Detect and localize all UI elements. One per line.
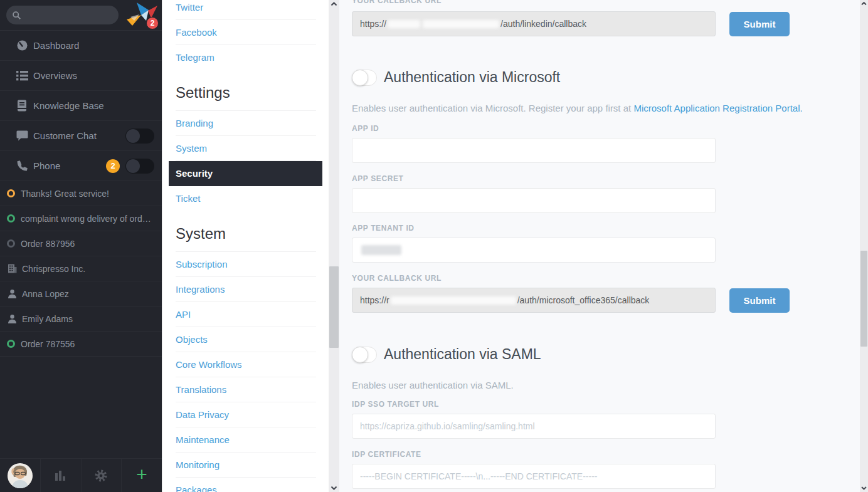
new-ticket-button[interactable]: + [121, 459, 162, 492]
scroll-up-icon[interactable] [860, 2, 868, 6]
toggle-knob [352, 347, 368, 363]
admin-nav-item-security-active[interactable]: Security [169, 161, 322, 186]
admin-nav-item-system[interactable]: System [176, 136, 316, 161]
sidebar-item-label: Customer Chat [33, 130, 125, 141]
admin-nav-item-ticket[interactable]: Ticket [176, 186, 316, 211]
sidebar-item-knowledge-base[interactable]: Knowledge Base [0, 91, 162, 121]
app-id-input[interactable] [352, 138, 716, 163]
sidebar-item-label: Phone [33, 160, 106, 171]
task-item-label: Anna Lopez [22, 289, 69, 299]
scroll-down-icon[interactable] [860, 486, 868, 490]
admin-nav-item-branding[interactable]: Branding [176, 111, 316, 136]
admin-nav-item-maintenance[interactable]: Maintenance [176, 427, 316, 453]
task-item-label: Order 887956 [21, 239, 75, 249]
search-row: 2 [0, 0, 162, 31]
microsoft-callback-url-field[interactable]: https://r/auth/microsoft_office365/callb… [352, 288, 716, 313]
task-item[interactable]: Emily Adams [0, 306, 162, 332]
microsoft-section-description: Enables user authentication via Microsof… [352, 103, 860, 113]
ticket-state-icon [7, 340, 15, 348]
redacted-host [391, 296, 516, 305]
ticket-state-icon [7, 214, 15, 222]
admin-sidebar: Twitter Facebook Telegram Settings Brand… [162, 0, 329, 492]
microsoft-registration-portal-link[interactable]: Microsoft Application Registration Porta… [633, 103, 802, 113]
app-id-label: APP ID [352, 124, 860, 133]
sidebar-item-customer-chat[interactable]: Customer Chat [0, 121, 162, 151]
app-tenant-id-input[interactable] [352, 238, 716, 263]
task-item[interactable]: Chrispresso Inc. [0, 256, 162, 281]
main-sidebar: 2 Dashboard Overviews Knowledge Base Cus… [0, 0, 162, 492]
idp-sso-target-url-input[interactable] [352, 414, 716, 439]
chat-icon [16, 130, 28, 141]
saml-auth-toggle[interactable] [352, 347, 377, 363]
scrollbar-thumb[interactable] [860, 251, 867, 347]
logo[interactable]: 2 [124, 1, 158, 29]
linkedin-callback-url-field[interactable]: https:///auth/linkedin/callback [352, 11, 716, 36]
task-item[interactable]: Order 887956 [0, 231, 162, 256]
phone-count-badge: 2 [106, 159, 120, 173]
admin-nav-item-telegram[interactable]: Telegram [176, 45, 316, 70]
admin-nav-item-core-workflows[interactable]: Core Workflows [176, 352, 316, 377]
task-item[interactable]: Thanks! Great service! [0, 181, 162, 206]
search-input[interactable] [25, 11, 113, 20]
task-item-label: Emily Adams [22, 314, 73, 324]
admin-nav-item-subscription[interactable]: Subscription [176, 252, 316, 277]
microsoft-callback-label: YOUR CALLBACK URL [352, 274, 860, 283]
task-item[interactable]: Anna Lopez [0, 281, 162, 306]
linkedin-callback-label: YOUR CALLBACK URL [352, 0, 860, 5]
admin-nav-item-translations[interactable]: Translations [176, 377, 316, 402]
ticket-state-icon [7, 189, 15, 197]
organization-icon [7, 264, 18, 273]
url-suffix: /auth/microsoft_office365/callback [517, 295, 650, 305]
notification-badge: 2 [146, 17, 159, 29]
saml-section-title: Authentication via SAML [384, 346, 541, 363]
admin-nav-item-monitoring[interactable]: Monitoring [176, 453, 316, 478]
microsoft-submit-button[interactable]: Submit [729, 288, 790, 313]
sidebar-item-phone[interactable]: Phone 2 [0, 151, 162, 181]
plus-icon: + [136, 465, 147, 484]
content-scrollbar[interactable] [860, 0, 868, 492]
user-icon [7, 314, 18, 323]
toggle-knob [126, 129, 140, 143]
microsoft-auth-toggle[interactable] [352, 70, 377, 86]
task-item[interactable]: Order 787556 [0, 332, 162, 357]
admin-nav-item-integrations[interactable]: Integrations [176, 277, 316, 302]
redacted-host [388, 20, 420, 28]
settings-button[interactable] [81, 459, 122, 492]
sidebar-item-dashboard[interactable]: Dashboard [0, 31, 162, 61]
linkedin-submit-button[interactable]: Submit [729, 12, 790, 36]
overviews-icon [16, 70, 28, 81]
phone-toggle[interactable] [125, 159, 154, 174]
admin-nav-item-facebook[interactable]: Facebook [176, 20, 316, 45]
user-avatar-button[interactable] [0, 459, 40, 492]
sidebar-item-label: Overviews [33, 70, 154, 81]
toggle-knob [352, 70, 368, 86]
url-prefix: https://r [360, 295, 389, 305]
admin-nav-item-data-privacy[interactable]: Data Privacy [176, 402, 316, 427]
search-icon [12, 10, 21, 21]
customer-chat-toggle[interactable] [125, 128, 154, 144]
admin-nav-item-api[interactable]: API [176, 302, 316, 327]
settings-section-heading: Settings [176, 70, 316, 111]
scrollbar-thumb[interactable] [329, 266, 339, 348]
sidebar-footer: + [0, 458, 162, 492]
security-settings-content: YOUR CALLBACK URL https:///auth/linkedin… [339, 0, 860, 492]
stats-button[interactable] [40, 459, 81, 492]
search-input-wrapper[interactable] [6, 6, 119, 24]
sidebar-item-overviews[interactable]: Overviews [0, 61, 162, 91]
redacted-value [361, 245, 401, 255]
scroll-up-icon[interactable] [329, 2, 339, 6]
gear-icon [94, 469, 108, 483]
scroll-down-icon[interactable] [329, 486, 339, 490]
toggle-knob [126, 159, 140, 173]
admin-nav-item-packages[interactable]: Packages [176, 478, 316, 492]
admin-nav-list: Twitter Facebook Telegram Settings Brand… [162, 0, 329, 492]
admin-nav-item-twitter[interactable]: Twitter [176, 0, 316, 20]
app-secret-input[interactable] [352, 188, 716, 213]
task-item[interactable]: complaint wrong delivery of ord… [0, 206, 162, 231]
task-item-label: Chrispresso Inc. [22, 264, 85, 274]
sidebar-scrollbar[interactable] [329, 0, 339, 492]
admin-nav-item-objects[interactable]: Objects [176, 327, 316, 352]
url-prefix: https:// [360, 19, 386, 29]
app-secret-label: APP SECRET [352, 174, 860, 183]
idp-certificate-input[interactable] [352, 464, 716, 489]
